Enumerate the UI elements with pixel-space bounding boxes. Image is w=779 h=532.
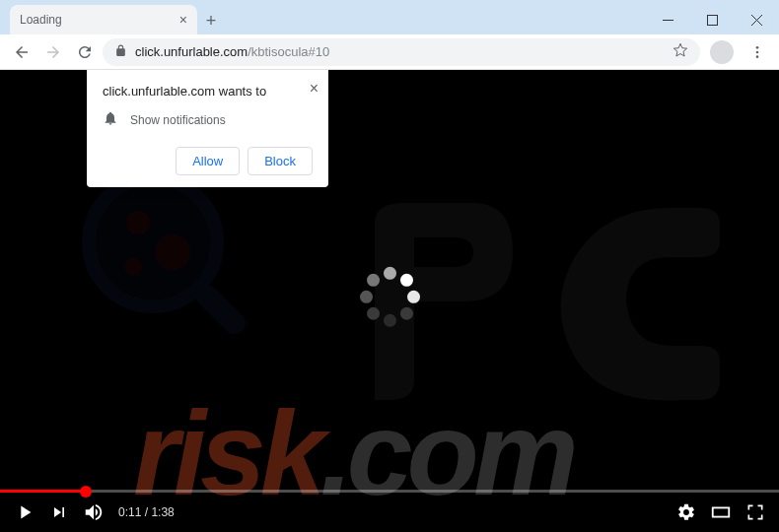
svg-point-4 <box>756 46 759 49</box>
profile-avatar[interactable] <box>710 40 734 64</box>
minimize-button[interactable] <box>646 5 690 34</box>
back-button[interactable] <box>8 38 35 66</box>
fullscreen-button[interactable] <box>745 502 765 522</box>
loading-spinner-icon <box>355 262 424 331</box>
close-window-button[interactable] <box>735 5 779 34</box>
video-time: 0:11 / 1:38 <box>118 505 175 519</box>
new-tab-button[interactable]: + <box>197 7 225 34</box>
bell-icon <box>103 110 118 129</box>
volume-button[interactable] <box>83 501 105 523</box>
prompt-item: Show notifications <box>103 110 313 129</box>
svg-point-5 <box>756 50 759 53</box>
theater-mode-button[interactable] <box>710 501 732 523</box>
current-time: 0:11 <box>118 505 141 519</box>
svg-rect-13 <box>713 507 730 516</box>
bookmark-star-icon[interactable] <box>673 42 688 61</box>
block-button[interactable]: Block <box>248 147 313 175</box>
svg-point-10 <box>155 234 190 270</box>
url-text: click.unfurlable.com/kbtisocula#10 <box>135 44 665 59</box>
window-titlebar: Loading × + <box>0 0 779 34</box>
window-controls <box>646 5 779 34</box>
notification-permission-prompt: × click.unfurlable.com wants to Show not… <box>87 70 328 187</box>
svg-rect-12 <box>192 281 247 338</box>
forward-button[interactable] <box>39 38 67 66</box>
tab-title: Loading <box>20 13 179 27</box>
svg-point-8 <box>96 185 210 299</box>
close-tab-icon[interactable]: × <box>179 12 187 28</box>
browser-toolbar: click.unfurlable.com/kbtisocula#10 <box>0 34 779 70</box>
prompt-title: click.unfurlable.com wants to <box>103 84 313 99</box>
close-icon[interactable]: × <box>310 80 319 98</box>
page-content: risk.com × click.unfurlable.com wants to… <box>0 70 779 532</box>
play-button[interactable] <box>14 501 35 523</box>
svg-point-9 <box>126 211 150 234</box>
settings-button[interactable] <box>676 502 696 522</box>
prompt-item-label: Show notifications <box>130 113 226 127</box>
svg-rect-1 <box>708 15 718 25</box>
address-bar[interactable]: click.unfurlable.com/kbtisocula#10 <box>103 38 700 66</box>
watermark-magnifier-icon <box>79 168 247 366</box>
allow-button[interactable]: Allow <box>176 147 240 175</box>
browser-tab[interactable]: Loading × <box>10 5 197 34</box>
video-controls: 0:11 / 1:38 <box>0 493 779 532</box>
browser-menu-button[interactable] <box>744 38 771 66</box>
lock-icon <box>114 44 127 60</box>
svg-point-6 <box>756 55 759 58</box>
reload-button[interactable] <box>71 38 99 66</box>
maximize-button[interactable] <box>690 5 735 34</box>
duration: 1:38 <box>151 505 174 519</box>
next-button[interactable] <box>49 502 69 522</box>
svg-point-11 <box>124 258 142 276</box>
